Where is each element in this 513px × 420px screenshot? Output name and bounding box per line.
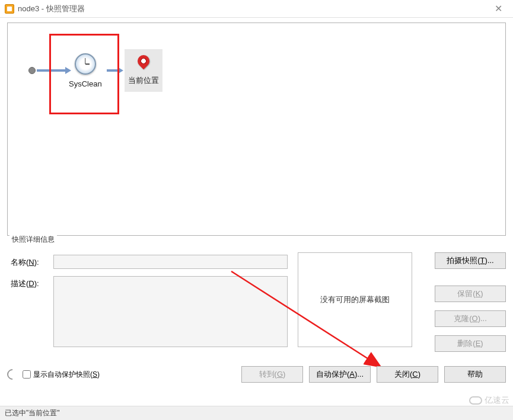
description-label: 描述(D):: [11, 278, 39, 289]
take-snapshot-button[interactable]: 拍摄快照(T)...: [435, 252, 506, 269]
snapshot-node-label: SysClean: [69, 79, 102, 88]
bottom-button-row: 转到(G) 自动保护(A)... 关闭(C) 帮助: [241, 366, 506, 383]
preview-placeholder: 没有可用的屏幕截图: [320, 294, 390, 305]
tree-arrow-icon: [107, 69, 119, 72]
help-button[interactable]: 帮助: [444, 366, 506, 383]
watermark: 亿速云: [469, 395, 509, 406]
clone-button: 克隆(O)...: [435, 310, 506, 327]
bottom-row: 显示自动保护快照(S) 转到(G) 自动保护(A)... 关闭(C) 帮助: [7, 365, 506, 384]
window-title: node3 - 快照管理器: [18, 4, 85, 14]
pin-icon: [135, 53, 151, 69]
delete-button: 删除(E): [435, 335, 506, 352]
status-bar: 已选中"当前位置": [0, 406, 513, 420]
name-input[interactable]: [53, 255, 288, 269]
details-legend: 快照详细信息: [9, 235, 57, 245]
snapshot-node-sysclean[interactable]: SysClean: [68, 52, 103, 89]
screenshot-preview: 没有可用的屏幕截图: [298, 252, 412, 347]
close-icon[interactable]: ✕: [489, 1, 508, 17]
show-autoprotect-checkbox-input[interactable]: [23, 370, 31, 379]
name-label: 名称(N):: [11, 257, 39, 268]
snapshot-root-icon: [28, 67, 36, 74]
goto-button: 转到(G): [241, 366, 303, 383]
tree-arrow-icon: [37, 69, 66, 72]
snapshot-tree: SysClean 当前位置: [7, 23, 506, 236]
clock-icon: [75, 53, 96, 75]
autoprotect-button[interactable]: 自动保护(A)...: [309, 366, 371, 383]
description-input[interactable]: [53, 276, 288, 347]
restore-icon[interactable]: [5, 367, 20, 381]
show-autoprotect-label: 显示自动保护快照(S): [33, 370, 100, 380]
you-are-here-label: 当前位置: [128, 75, 159, 86]
show-autoprotect-checkbox[interactable]: 显示自动保护快照(S): [23, 370, 100, 380]
titlebar: node3 - 快照管理器 ✕: [0, 0, 513, 18]
app-icon: [5, 4, 14, 14]
status-text: 已选中"当前位置": [5, 408, 60, 418]
action-button-column: 拍摄快照(T)... 保留(K) 克隆(O)... 删除(E): [435, 252, 506, 352]
watermark-text: 亿速云: [485, 395, 509, 406]
keep-button: 保留(K): [435, 286, 506, 302]
close-button[interactable]: 关闭(C): [377, 366, 438, 383]
you-are-here-node[interactable]: 当前位置: [125, 49, 162, 92]
snapshot-details-group: 快照详细信息 名称(N): 描述(D): 没有可用的屏幕截图 拍摄快照(T)..…: [7, 236, 506, 353]
